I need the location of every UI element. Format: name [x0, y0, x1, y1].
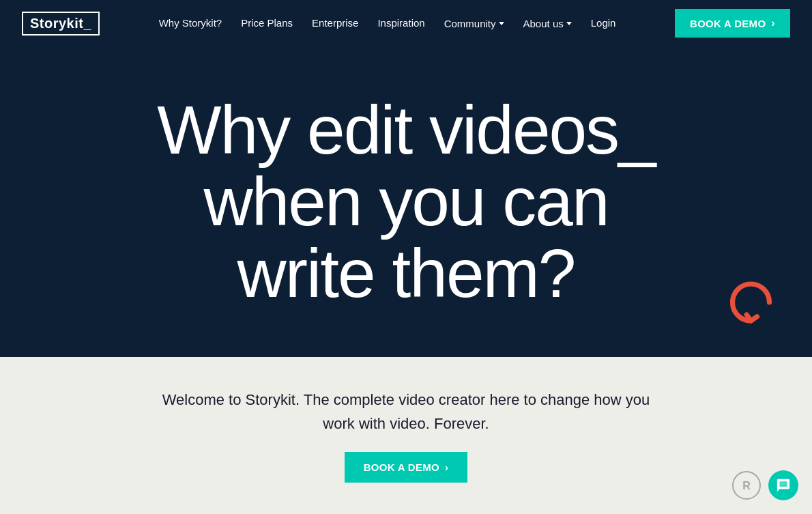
- nav-item-about-us[interactable]: About us: [523, 18, 572, 29]
- hero-line-1: Why edit videos_: [157, 91, 654, 168]
- revain-widget[interactable]: R: [731, 470, 762, 500]
- nav-dropdown-community[interactable]: Community: [444, 18, 504, 29]
- nav-dropdown-about-us[interactable]: About us: [523, 18, 572, 29]
- nav-item-enterprise[interactable]: Enterprise: [312, 17, 358, 29]
- arrow-right-icon-subhero: ›: [445, 461, 448, 473]
- hero-headline: Why edit videos_ when you can write them…: [157, 94, 654, 309]
- nav-link-enterprise[interactable]: Enterprise: [312, 17, 358, 29]
- hero-line-2: when you can: [203, 163, 608, 240]
- nav-item-inspiration[interactable]: Inspiration: [377, 17, 424, 29]
- nav-item-why-storykit[interactable]: Why Storykit?: [159, 17, 222, 29]
- swirl-decoration: [723, 268, 785, 337]
- book-demo-label-nav: BOOK A DEMO: [690, 18, 766, 29]
- book-demo-button-subhero[interactable]: BOOK A DEMO ›: [345, 452, 468, 483]
- navbar: Storykit_ Why Storykit? Price Plans Ente…: [0, 0, 812, 46]
- nav-link-login[interactable]: Login: [591, 17, 616, 29]
- revain-icon: R: [731, 470, 762, 500]
- chat-bubble-button[interactable]: [768, 470, 798, 500]
- hero-section: Why edit videos_ when you can write them…: [0, 46, 812, 357]
- book-demo-button-nav[interactable]: BOOK A DEMO ›: [675, 9, 790, 38]
- logo[interactable]: Storykit_: [22, 12, 100, 35]
- swirl-icon: [723, 268, 785, 337]
- chevron-down-icon-about: [566, 22, 572, 25]
- nav-item-community[interactable]: Community: [444, 18, 504, 29]
- subhero-description: Welcome to Storykit. The complete video …: [147, 388, 665, 435]
- chat-widgets: R: [731, 470, 798, 500]
- arrow-right-icon-nav: ›: [771, 17, 775, 29]
- subhero-section: Welcome to Storykit. The complete video …: [0, 357, 812, 514]
- nav-link-community[interactable]: Community: [444, 18, 496, 29]
- hero-line-3: write them?: [237, 235, 575, 311]
- nav-link-price-plans[interactable]: Price Plans: [241, 17, 293, 29]
- nav-link-inspiration[interactable]: Inspiration: [377, 17, 424, 29]
- nav-item-login[interactable]: Login: [591, 17, 616, 29]
- svg-text:R: R: [742, 480, 751, 491]
- nav-link-why-storykit[interactable]: Why Storykit?: [159, 17, 222, 29]
- chat-icon: [776, 478, 791, 493]
- nav-link-about-us[interactable]: About us: [523, 18, 564, 29]
- nav-item-price-plans[interactable]: Price Plans: [241, 17, 293, 29]
- chevron-down-icon: [499, 22, 504, 25]
- book-demo-label-subhero: BOOK A DEMO: [364, 461, 439, 473]
- hero-text-container: Why edit videos_ when you can write them…: [157, 94, 654, 309]
- nav-links: Why Storykit? Price Plans Enterprise Ins…: [159, 17, 616, 29]
